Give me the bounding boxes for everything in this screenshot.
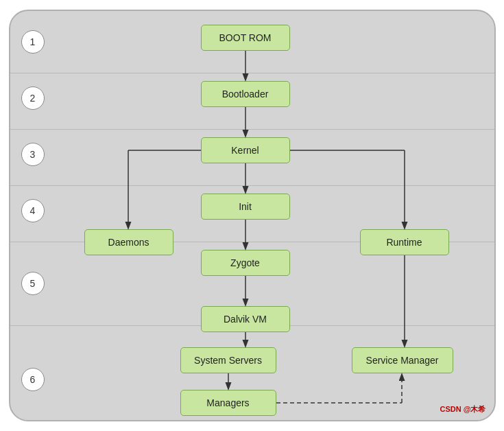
kernel-box: Kernel xyxy=(201,137,290,163)
row-label-3: 3 xyxy=(21,143,45,166)
divider-1 xyxy=(10,73,494,73)
daemons-box: Daemons xyxy=(84,229,173,255)
row-label-2: 2 xyxy=(21,86,45,110)
system-servers-box: System Servers xyxy=(180,347,276,373)
row-label-5: 5 xyxy=(21,272,45,295)
managers-box: Managers xyxy=(180,390,276,416)
runtime-box: Runtime xyxy=(360,229,449,255)
service-manager-box: Service Manager xyxy=(352,347,453,373)
divider-2 xyxy=(10,129,494,130)
divider-3 xyxy=(10,185,494,186)
dalvik-vm-box: Dalvik VM xyxy=(201,306,290,332)
row-label-4: 4 xyxy=(21,199,45,222)
boot-rom-box: BOOT ROM xyxy=(201,25,290,51)
row-label-6: 6 xyxy=(21,368,45,391)
row-label-1: 1 xyxy=(21,30,45,54)
bootloader-box: Bootloader xyxy=(201,81,290,107)
zygote-box: Zygote xyxy=(201,250,290,276)
init-box: Init xyxy=(201,194,290,220)
watermark: CSDN @木希 xyxy=(440,404,486,415)
diagram-container: 1 2 3 4 5 6 BOOT ROM Bootloader Kernel I… xyxy=(9,10,496,421)
